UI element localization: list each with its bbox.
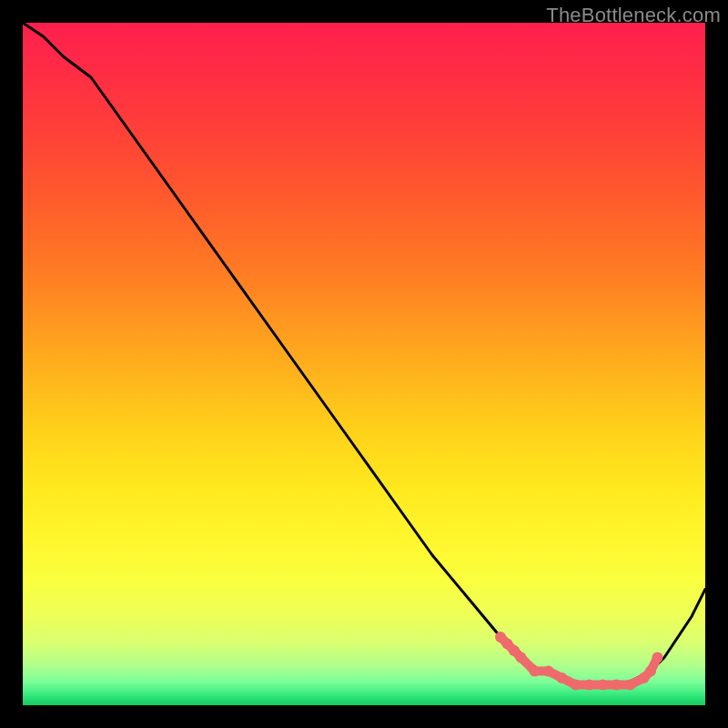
marker-dot bbox=[645, 666, 656, 677]
marker-dot bbox=[502, 639, 513, 650]
marker-underlay-line bbox=[500, 637, 658, 685]
marker-dot bbox=[543, 666, 554, 677]
marker-dot bbox=[530, 666, 541, 677]
marker-dot bbox=[571, 680, 581, 691]
marker-dot-group bbox=[495, 632, 663, 691]
curve-svg bbox=[23, 23, 705, 705]
marker-dot bbox=[584, 680, 595, 691]
marker-dot bbox=[625, 680, 636, 691]
marker-dot bbox=[509, 645, 520, 656]
chart-frame: TheBottleneck.com bbox=[0, 0, 728, 728]
marker-dot bbox=[557, 672, 568, 683]
marker-dot bbox=[612, 680, 622, 691]
watermark-text: TheBottleneck.com bbox=[546, 4, 721, 27]
marker-dot bbox=[598, 680, 609, 691]
plot-area bbox=[23, 23, 705, 705]
marker-dot bbox=[495, 632, 506, 642]
marker-dot bbox=[652, 652, 663, 663]
marker-dot bbox=[639, 672, 650, 683]
marker-dot bbox=[516, 652, 527, 663]
bottleneck-curve bbox=[23, 23, 705, 685]
